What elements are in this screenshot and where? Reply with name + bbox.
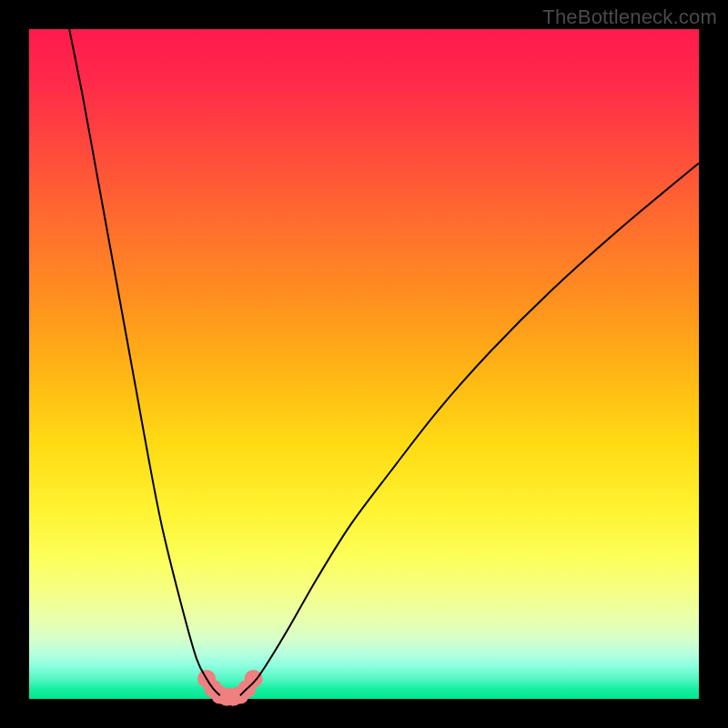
- trough-marker-dot: [245, 670, 263, 688]
- curve-right: [240, 163, 699, 695]
- watermark-text: TheBottleneck.com: [542, 5, 717, 29]
- plot-area: [29, 29, 699, 699]
- trough-marker-group: [197, 670, 263, 706]
- chart-frame: TheBottleneck.com: [0, 0, 728, 728]
- curve-left: [69, 29, 220, 695]
- curve-layer: [29, 29, 699, 699]
